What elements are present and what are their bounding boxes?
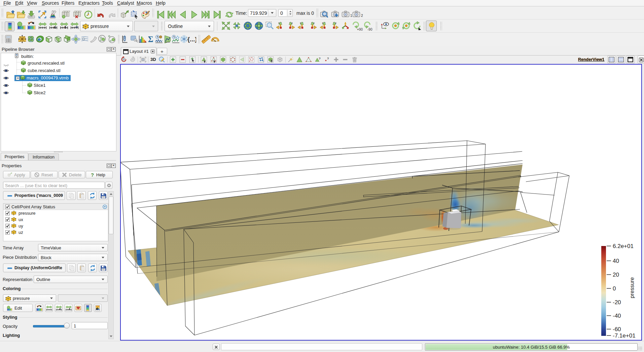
svg-text:40: 40 bbox=[613, 258, 619, 264]
svg-text:0: 0 bbox=[613, 285, 616, 292]
svg-text:e: e bbox=[96, 306, 99, 311]
svg-text:pressure: pressure bbox=[629, 277, 635, 298]
svg-text:-40: -40 bbox=[613, 313, 621, 319]
svg-text:-60: -60 bbox=[613, 326, 621, 332]
svg-text:-20: -20 bbox=[613, 299, 621, 306]
svg-text:-7.1e+01: -7.1e+01 bbox=[613, 332, 636, 339]
svg-text:20: 20 bbox=[613, 272, 619, 278]
svg-text:6.2e+01: 6.2e+01 bbox=[613, 243, 634, 249]
